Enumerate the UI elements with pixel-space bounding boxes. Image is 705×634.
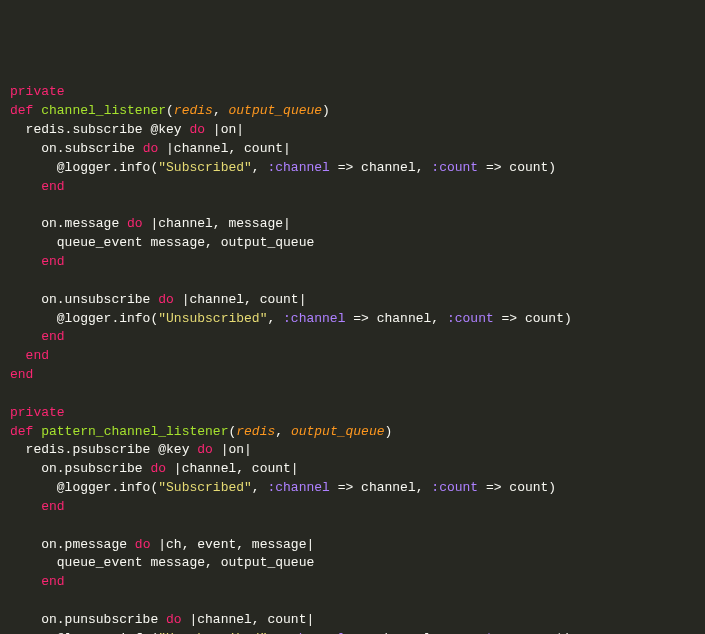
code-text: count) (509, 160, 556, 175)
keyword-do: do (158, 292, 174, 307)
code-line: private (10, 405, 65, 420)
code-line: on.punsubscribe do |channel, count| (10, 612, 314, 627)
keyword-end: end (10, 254, 65, 269)
symbol: :count (431, 480, 478, 495)
string-literal: "Subscribed" (158, 160, 252, 175)
code-line: end (10, 367, 33, 382)
code-text: on.unsubscribe (10, 292, 158, 307)
method-name: channel_listener (41, 103, 166, 118)
code-text: on.subscribe (10, 141, 143, 156)
code-line: redis.psubscribe @key do |on| (10, 442, 252, 457)
param: output_queue (228, 103, 322, 118)
code-text: @logger.info( (10, 480, 158, 495)
code-line: queue_event message, output_queue (10, 555, 314, 570)
string-literal: "Subscribed" (158, 480, 252, 495)
string-literal: "Unsubscribed" (158, 311, 267, 326)
symbol: :channel (267, 480, 329, 495)
keyword-do: do (166, 612, 182, 627)
param: redis (174, 103, 213, 118)
method-name: pattern_channel_listener (41, 424, 228, 439)
code-text: count) (509, 480, 556, 495)
code-line: end (10, 348, 49, 363)
code-text: @logger.info( (10, 311, 158, 326)
symbol: :count (431, 160, 478, 175)
code-text: channel, (361, 160, 431, 175)
keyword-do: do (189, 122, 205, 137)
keyword-do: do (127, 216, 143, 231)
code-text: on.psubscribe (10, 461, 150, 476)
code-line: redis.subscribe @key do |on| (10, 122, 244, 137)
block-params: |on| (205, 122, 244, 137)
code-line: @logger.info("Unsubscribed", :channel =>… (10, 311, 572, 326)
block-params: |channel, count| (166, 461, 299, 476)
keyword-end: end (10, 179, 65, 194)
code-text: , (252, 160, 268, 175)
code-line: queue_event message, output_queue (10, 235, 314, 250)
code-text: => (494, 311, 525, 326)
code-text: queue_event message, output_queue (10, 235, 314, 250)
code-line: on.subscribe do |channel, count| (10, 141, 291, 156)
code-line: on.unsubscribe do |channel, count| (10, 292, 306, 307)
block-params: |ch, event, message| (150, 537, 314, 552)
code-line: def channel_listener(redis, output_queue… (10, 103, 330, 118)
code-line: @logger.info("Subscribed", :channel => c… (10, 160, 556, 175)
code-text: redis.subscribe @key (10, 122, 189, 137)
code-line: private (10, 84, 65, 99)
keyword-def: def (10, 424, 33, 439)
block-params: |channel, count| (182, 612, 315, 627)
block-params: |channel, message| (143, 216, 291, 231)
block-params: |channel, count| (158, 141, 291, 156)
keyword-do: do (150, 461, 166, 476)
code-text: on.message (10, 216, 127, 231)
keyword-private: private (10, 84, 65, 99)
code-block: private def channel_listener(redis, outp… (10, 83, 695, 634)
code-text: on.punsubscribe (10, 612, 166, 627)
code-line: on.psubscribe do |channel, count| (10, 461, 299, 476)
code-line: on.message do |channel, message| (10, 216, 291, 231)
code-text: , (252, 480, 268, 495)
keyword-def: def (10, 103, 33, 118)
keyword-private: private (10, 405, 65, 420)
keyword-end: end (10, 499, 65, 514)
code-text: => (478, 480, 509, 495)
code-line: end (10, 574, 65, 589)
code-text: queue_event message, output_queue (10, 555, 314, 570)
code-text: channel, (361, 480, 431, 495)
code-text: => (330, 160, 361, 175)
code-text: channel, (377, 311, 447, 326)
block-params: |on| (213, 442, 252, 457)
param: redis (236, 424, 275, 439)
code-line: end (10, 179, 65, 194)
symbol: :count (447, 311, 494, 326)
block-params: |channel, count| (174, 292, 307, 307)
code-text: => (330, 480, 361, 495)
keyword-do: do (197, 442, 213, 457)
symbol: :channel (267, 160, 329, 175)
keyword-end: end (10, 348, 49, 363)
code-text: count) (525, 311, 572, 326)
code-text: , (267, 311, 283, 326)
code-line: end (10, 254, 65, 269)
code-line: @logger.info("Subscribed", :channel => c… (10, 480, 556, 495)
code-text: on.pmessage (10, 537, 135, 552)
keyword-end: end (10, 574, 65, 589)
keyword-do: do (143, 141, 159, 156)
symbol: :channel (283, 311, 345, 326)
code-text: => (478, 160, 509, 175)
keyword-end: end (10, 367, 33, 382)
code-text: @logger.info( (10, 160, 158, 175)
code-line: end (10, 329, 65, 344)
code-line: on.pmessage do |ch, event, message| (10, 537, 314, 552)
code-line: end (10, 499, 65, 514)
code-line: def pattern_channel_listener(redis, outp… (10, 424, 392, 439)
code-text: => (345, 311, 376, 326)
code-text: redis.psubscribe @key (10, 442, 197, 457)
keyword-do: do (135, 537, 151, 552)
keyword-end: end (10, 329, 65, 344)
param: output_queue (291, 424, 385, 439)
